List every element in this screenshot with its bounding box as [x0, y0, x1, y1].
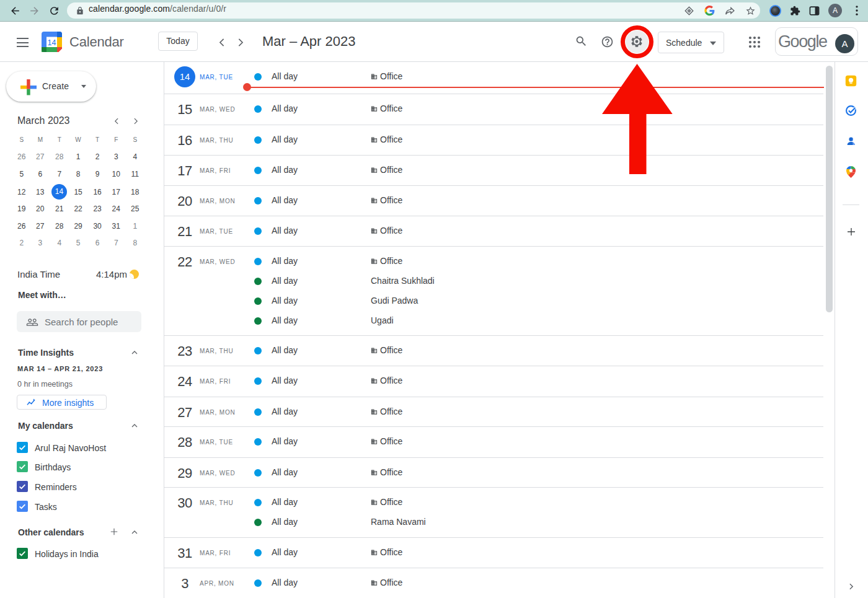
svg-text:14: 14 — [48, 38, 56, 47]
